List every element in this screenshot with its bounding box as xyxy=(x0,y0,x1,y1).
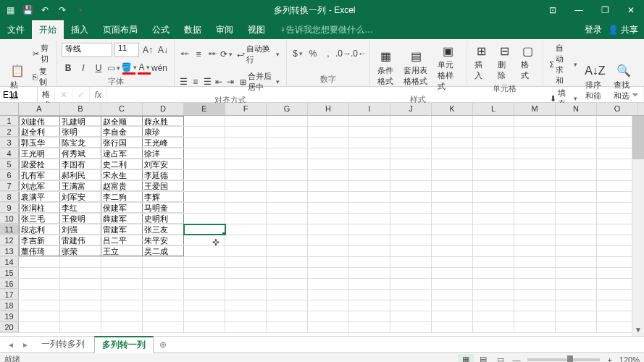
font-size-combo[interactable]: 11 xyxy=(114,43,139,57)
cancel-formula-icon[interactable]: ✕ xyxy=(55,87,72,102)
cell[interactable] xyxy=(390,246,432,256)
maximize-icon[interactable]: ❐ xyxy=(592,0,618,20)
cell[interactable] xyxy=(349,322,390,332)
close-icon[interactable]: ✕ xyxy=(618,0,644,20)
cell[interactable] xyxy=(225,235,267,245)
cell[interactable] xyxy=(184,246,225,256)
cell[interactable] xyxy=(556,257,597,267)
col-header-E[interactable]: E xyxy=(184,103,225,115)
cell[interactable] xyxy=(267,192,308,202)
cell[interactable] xyxy=(349,290,390,300)
cell[interactable] xyxy=(143,257,184,267)
row-header-11[interactable]: 11 xyxy=(0,224,19,235)
col-header-A[interactable]: A xyxy=(19,103,60,115)
cell[interactable] xyxy=(225,148,267,159)
cell[interactable] xyxy=(473,159,514,169)
cell[interactable] xyxy=(556,246,597,256)
select-all-corner[interactable] xyxy=(0,103,19,115)
cell[interactable] xyxy=(473,138,514,148)
cell[interactable] xyxy=(225,181,267,191)
cell[interactable]: 史二利 xyxy=(101,159,143,169)
cell[interactable] xyxy=(267,127,308,137)
row-header-16[interactable]: 16 xyxy=(0,279,19,289)
cell[interactable] xyxy=(432,311,473,321)
format-cells-button[interactable]: ▢格式 xyxy=(518,42,538,83)
cell[interactable] xyxy=(267,203,308,213)
cell[interactable] xyxy=(514,257,556,267)
cell[interactable] xyxy=(60,300,101,311)
cell[interactable] xyxy=(473,148,514,159)
login-button[interactable]: 登录 xyxy=(585,24,602,36)
cell[interactable]: 何秀斌 xyxy=(60,148,101,159)
cell[interactable] xyxy=(184,181,225,191)
cell[interactable] xyxy=(514,214,556,224)
cell[interactable] xyxy=(225,300,267,311)
cell[interactable] xyxy=(349,116,390,126)
cell[interactable] xyxy=(184,127,225,137)
col-header-O[interactable]: O xyxy=(597,103,638,115)
row-header-6[interactable]: 6 xyxy=(0,170,19,180)
cell[interactable] xyxy=(225,279,267,289)
vertical-scrollbar[interactable]: ▲ ▼ xyxy=(632,116,644,336)
cell[interactable] xyxy=(432,279,473,289)
cell[interactable]: 郝利民 xyxy=(60,170,101,180)
row-header-18[interactable]: 18 xyxy=(0,300,19,311)
col-header-I[interactable]: I xyxy=(349,103,390,115)
accept-formula-icon[interactable]: ✓ xyxy=(72,87,90,102)
cell[interactable] xyxy=(184,224,225,235)
cell[interactable] xyxy=(432,181,473,191)
tab-review[interactable]: 审阅 xyxy=(209,20,241,39)
cell[interactable]: 雷建军 xyxy=(101,224,143,235)
cell[interactable] xyxy=(349,138,390,148)
cell[interactable]: 王满富 xyxy=(60,181,101,191)
zoom-slider[interactable] xyxy=(527,358,600,361)
delete-cells-button[interactable]: ⊟删除 xyxy=(495,42,515,83)
tab-formulas[interactable]: 公式 xyxy=(145,20,177,39)
cell[interactable] xyxy=(514,170,556,180)
cell[interactable] xyxy=(349,159,390,169)
cell[interactable] xyxy=(390,257,432,267)
col-header-M[interactable]: M xyxy=(514,103,556,115)
tab-file[interactable]: 文件 xyxy=(0,20,32,39)
cell[interactable]: 薛永胜 xyxy=(143,116,184,126)
cell[interactable] xyxy=(143,311,184,321)
view-page-layout-icon[interactable]: ▤ xyxy=(475,354,491,363)
name-box[interactable]: E11 xyxy=(0,87,38,102)
cell[interactable] xyxy=(308,192,349,202)
expand-formula-bar-icon[interactable]: ⏷ xyxy=(627,87,644,102)
row-header-7[interactable]: 7 xyxy=(0,181,19,191)
cell[interactable] xyxy=(390,170,432,180)
cell[interactable] xyxy=(432,159,473,169)
redo-icon[interactable]: ↷ xyxy=(57,4,68,16)
cell[interactable]: 张三毛 xyxy=(19,214,60,224)
col-header-F[interactable]: F xyxy=(225,103,267,115)
cell[interactable] xyxy=(514,279,556,289)
cell[interactable] xyxy=(556,181,597,191)
cell[interactable] xyxy=(267,279,308,289)
cell[interactable] xyxy=(390,159,432,169)
orientation-icon[interactable]: ⟳ xyxy=(220,48,233,61)
cell[interactable]: 吴二成 xyxy=(143,246,184,256)
cell[interactable] xyxy=(349,192,390,202)
cell[interactable] xyxy=(473,235,514,245)
ribbon-display-icon[interactable]: ⊡ xyxy=(540,0,566,20)
row-header-10[interactable]: 10 xyxy=(0,214,19,224)
cell[interactable]: 王光峰 xyxy=(143,138,184,148)
cell[interactable] xyxy=(556,138,597,148)
cell[interactable] xyxy=(308,138,349,148)
cell[interactable] xyxy=(390,300,432,311)
cell[interactable] xyxy=(432,127,473,137)
cell[interactable] xyxy=(60,257,101,267)
cell[interactable] xyxy=(143,300,184,311)
cell[interactable] xyxy=(390,268,432,278)
cell[interactable] xyxy=(556,214,597,224)
cell[interactable] xyxy=(308,322,349,332)
cell[interactable] xyxy=(225,290,267,300)
autosum-button[interactable]: Σ 自动求和 xyxy=(548,42,580,87)
cell[interactable] xyxy=(267,116,308,126)
cell[interactable] xyxy=(267,311,308,321)
col-header-H[interactable]: H xyxy=(308,103,349,115)
cell[interactable] xyxy=(556,159,597,169)
col-header-J[interactable]: J xyxy=(390,103,432,115)
col-header-D[interactable]: D xyxy=(143,103,184,115)
